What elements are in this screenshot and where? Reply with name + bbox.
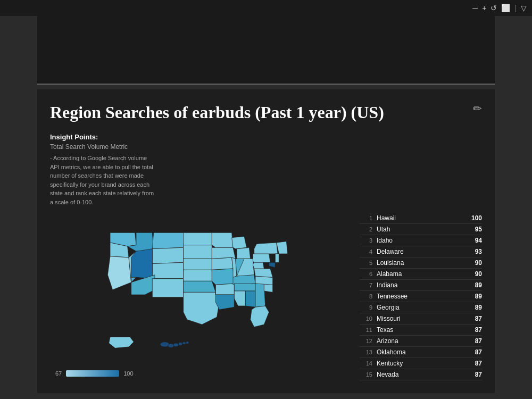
legend-min-value: 67: [55, 370, 62, 377]
rank-score: 87: [466, 337, 482, 345]
menu-icon[interactable]: ▽: [521, 4, 527, 12]
rank-number: 5: [360, 260, 372, 266]
svg-marker-27: [237, 248, 251, 259]
us-map: [50, 213, 349, 362]
legend-gradient-bar: [66, 370, 119, 377]
expand-icon[interactable]: ⬜: [501, 4, 510, 12]
table-row: 2 Utah 95: [360, 224, 482, 235]
table-row: 4 Delaware 93: [360, 246, 482, 257]
svg-marker-13: [184, 245, 212, 259]
state-name: Tennessee: [377, 293, 466, 300]
refresh-icon[interactable]: ↺: [491, 4, 497, 12]
main-content-card: Region Searches of earbuds (Past 1 year)…: [37, 89, 495, 393]
table-row: 8 Tennessee 89: [360, 291, 482, 302]
legend-max-value: 100: [123, 370, 133, 377]
svg-marker-21: [215, 284, 234, 295]
rank-score: 93: [466, 248, 482, 255]
svg-marker-9: [131, 249, 153, 279]
window-top-bar: ─ + ↺ ⬜ | ▽: [0, 0, 532, 16]
table-row: 9 Georgia 89: [360, 302, 482, 313]
rank-number: 11: [360, 327, 372, 333]
svg-point-48: [178, 343, 182, 346]
state-name: Utah: [377, 226, 466, 233]
svg-marker-16: [184, 281, 216, 293]
ranking-table: 1 Hawaii 100 2 Utah 95 3 Idaho 94 4 Dela…: [360, 213, 482, 380]
insight-section: Insight Points: Total Search Volume Metr…: [50, 133, 482, 206]
state-name: Nevada: [377, 371, 466, 378]
rank-score: 100: [466, 214, 482, 222]
rank-score: 87: [466, 348, 482, 356]
state-name: Arizona: [377, 337, 466, 345]
svg-marker-7: [152, 248, 183, 264]
svg-marker-30: [234, 284, 255, 291]
table-row: 5 Louisiana 90: [360, 257, 482, 269]
state-name: Delaware: [377, 248, 466, 255]
rank-number: 14: [360, 360, 372, 367]
rank-score: 87: [466, 326, 482, 334]
edit-icon[interactable]: ✏: [473, 102, 482, 115]
rank-number: 12: [360, 338, 372, 344]
svg-marker-37: [254, 269, 273, 277]
svg-point-49: [182, 342, 186, 345]
insight-description: - According to Google Search volume API …: [50, 154, 156, 206]
header-area: [37, 16, 495, 85]
rank-score: 89: [466, 304, 482, 311]
svg-marker-11: [152, 279, 183, 297]
table-row: 12 Arizona 87: [360, 336, 482, 347]
page-title: Region Searches of earbuds (Past 1 year)…: [50, 102, 482, 122]
rank-number: 2: [360, 226, 372, 232]
rank-number: 1: [360, 215, 372, 221]
svg-marker-12: [184, 233, 212, 245]
rank-score: 89: [466, 293, 482, 300]
rank-score: 87: [466, 360, 482, 367]
table-row: 3 Idaho 94: [360, 235, 482, 246]
rank-score: 94: [466, 237, 482, 244]
svg-marker-23: [212, 248, 235, 259]
rank-number: 13: [360, 349, 372, 355]
svg-marker-15: [184, 270, 212, 281]
svg-marker-33: [255, 284, 265, 307]
state-name: Idaho: [377, 237, 466, 244]
table-row: 1 Hawaii 100: [360, 213, 482, 224]
state-name: Oklahoma: [377, 348, 466, 356]
rank-score: 95: [466, 226, 482, 233]
table-row: 11 Texas 87: [360, 325, 482, 336]
map-container: 67 100: [50, 213, 349, 380]
rank-number: 4: [360, 248, 372, 255]
svg-marker-8: [152, 263, 183, 279]
rank-number: 9: [360, 304, 372, 311]
svg-marker-20: [212, 269, 234, 285]
rank-score: 89: [466, 281, 482, 289]
table-row: 7 Indiana 89: [360, 280, 482, 291]
rank-number: 15: [360, 371, 372, 378]
svg-point-50: [186, 342, 189, 344]
svg-marker-22: [215, 293, 234, 310]
svg-marker-26: [232, 237, 247, 249]
insight-label: Insight Points:: [50, 133, 482, 141]
rank-score: 87: [466, 371, 482, 378]
table-row: 10 Missouri 87: [360, 313, 482, 325]
rank-number: 7: [360, 282, 372, 288]
minimize-icon[interactable]: ─: [472, 4, 478, 12]
svg-marker-39: [253, 254, 270, 262]
state-name: Kentucky: [377, 360, 466, 367]
svg-marker-36: [255, 276, 273, 285]
table-row: 13 Oklahoma 87: [360, 347, 482, 358]
state-name: Indiana: [377, 281, 466, 289]
svg-marker-32: [245, 291, 255, 307]
state-name: Alabama: [377, 270, 466, 278]
rank-score: 90: [466, 270, 482, 278]
rank-number: 6: [360, 271, 372, 277]
svg-marker-40: [254, 243, 278, 254]
add-icon[interactable]: +: [482, 4, 486, 12]
svg-marker-29: [233, 275, 255, 285]
state-name: Louisiana: [377, 259, 466, 267]
rank-number: 10: [360, 315, 372, 322]
map-and-table-container: 67 100 1 Hawaii 100 2 Utah 95 3 Idaho 94…: [50, 213, 482, 380]
state-name: Missouri: [377, 315, 466, 322]
svg-marker-19: [212, 257, 233, 270]
rank-score: 87: [466, 315, 482, 322]
state-name: Texas: [377, 326, 466, 334]
state-name: Hawaii: [377, 214, 466, 222]
svg-marker-6: [152, 233, 185, 249]
